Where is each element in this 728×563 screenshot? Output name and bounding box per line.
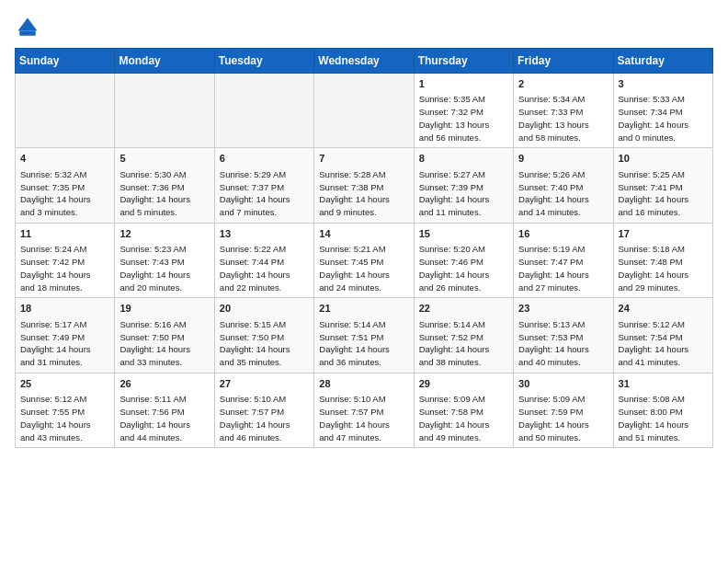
day-number: 1 (419, 77, 508, 91)
weekday-header-saturday: Saturday (613, 49, 712, 74)
calendar-week-2: 4Sunrise: 5:32 AM Sunset: 7:35 PM Daylig… (16, 148, 713, 223)
calendar-cell: 15Sunrise: 5:20 AM Sunset: 7:46 PM Dayli… (414, 223, 513, 297)
day-number: 9 (518, 152, 608, 166)
day-number: 26 (119, 377, 209, 391)
svg-rect-1 (19, 31, 36, 36)
day-number: 17 (619, 227, 708, 241)
day-info: Sunrise: 5:09 AM Sunset: 7:59 PM Dayligh… (518, 393, 608, 443)
day-number: 25 (20, 377, 109, 391)
calendar-week-5: 25Sunrise: 5:12 AM Sunset: 7:55 PM Dayli… (16, 373, 713, 447)
day-info: Sunrise: 5:33 AM Sunset: 7:34 PM Dayligh… (619, 93, 708, 144)
day-number: 14 (319, 227, 408, 241)
day-number: 10 (619, 152, 708, 166)
day-info: Sunrise: 5:21 AM Sunset: 7:45 PM Dayligh… (319, 243, 408, 293)
calendar-cell: 7Sunrise: 5:28 AM Sunset: 7:38 PM Daylig… (314, 148, 414, 223)
calendar-cell: 17Sunrise: 5:18 AM Sunset: 7:48 PM Dayli… (613, 223, 712, 297)
calendar-cell: 28Sunrise: 5:10 AM Sunset: 7:57 PM Dayli… (314, 373, 414, 447)
weekday-header-wednesday: Wednesday (314, 49, 414, 74)
calendar-cell: 10Sunrise: 5:25 AM Sunset: 7:41 PM Dayli… (613, 148, 712, 223)
day-number: 23 (518, 302, 608, 316)
day-number: 30 (518, 377, 608, 391)
page-header (15, 15, 713, 40)
day-number: 3 (619, 77, 708, 91)
day-info: Sunrise: 5:09 AM Sunset: 7:58 PM Dayligh… (419, 393, 508, 443)
day-info: Sunrise: 5:16 AM Sunset: 7:50 PM Dayligh… (119, 318, 209, 369)
day-info: Sunrise: 5:26 AM Sunset: 7:40 PM Dayligh… (518, 168, 608, 219)
day-info: Sunrise: 5:10 AM Sunset: 7:57 PM Dayligh… (319, 393, 408, 443)
calendar-cell: 30Sunrise: 5:09 AM Sunset: 7:59 PM Dayli… (514, 373, 613, 447)
day-number: 31 (619, 377, 708, 391)
calendar-cell (16, 74, 115, 148)
day-info: Sunrise: 5:30 AM Sunset: 7:36 PM Dayligh… (119, 168, 209, 219)
weekday-header-monday: Monday (115, 49, 214, 74)
calendar-cell: 19Sunrise: 5:16 AM Sunset: 7:50 PM Dayli… (115, 298, 214, 373)
svg-marker-0 (18, 18, 38, 31)
day-number: 27 (220, 377, 309, 391)
calendar-cell: 23Sunrise: 5:13 AM Sunset: 7:53 PM Dayli… (514, 298, 613, 373)
calendar-cell (314, 74, 414, 148)
calendar-cell: 22Sunrise: 5:14 AM Sunset: 7:52 PM Dayli… (414, 298, 513, 373)
day-info: Sunrise: 5:34 AM Sunset: 7:33 PM Dayligh… (518, 93, 608, 144)
day-number: 20 (220, 302, 309, 316)
calendar-cell: 13Sunrise: 5:22 AM Sunset: 7:44 PM Dayli… (214, 223, 313, 297)
day-info: Sunrise: 5:12 AM Sunset: 7:55 PM Dayligh… (20, 393, 109, 443)
day-number: 19 (119, 302, 209, 316)
day-info: Sunrise: 5:27 AM Sunset: 7:39 PM Dayligh… (419, 168, 508, 219)
day-number: 29 (419, 377, 508, 391)
day-info: Sunrise: 5:10 AM Sunset: 7:57 PM Dayligh… (220, 393, 309, 443)
day-info: Sunrise: 5:11 AM Sunset: 7:56 PM Dayligh… (119, 393, 209, 443)
weekday-header-friday: Friday (514, 49, 613, 74)
calendar-cell: 24Sunrise: 5:12 AM Sunset: 7:54 PM Dayli… (613, 298, 712, 373)
day-info: Sunrise: 5:22 AM Sunset: 7:44 PM Dayligh… (220, 243, 309, 293)
day-info: Sunrise: 5:14 AM Sunset: 7:51 PM Dayligh… (319, 318, 408, 369)
calendar-cell: 14Sunrise: 5:21 AM Sunset: 7:45 PM Dayli… (314, 223, 414, 297)
day-info: Sunrise: 5:12 AM Sunset: 7:54 PM Dayligh… (619, 318, 708, 369)
calendar-cell: 20Sunrise: 5:15 AM Sunset: 7:50 PM Dayli… (214, 298, 313, 373)
day-info: Sunrise: 5:32 AM Sunset: 7:35 PM Dayligh… (20, 168, 109, 219)
day-number: 16 (518, 227, 608, 241)
day-info: Sunrise: 5:13 AM Sunset: 7:53 PM Dayligh… (518, 318, 608, 369)
day-info: Sunrise: 5:18 AM Sunset: 7:48 PM Dayligh… (619, 243, 708, 293)
day-info: Sunrise: 5:17 AM Sunset: 7:49 PM Dayligh… (20, 318, 109, 369)
day-info: Sunrise: 5:35 AM Sunset: 7:32 PM Dayligh… (419, 93, 508, 144)
day-number: 2 (518, 77, 608, 91)
calendar-week-3: 11Sunrise: 5:24 AM Sunset: 7:42 PM Dayli… (16, 223, 713, 297)
day-info: Sunrise: 5:24 AM Sunset: 7:42 PM Dayligh… (20, 243, 109, 293)
day-info: Sunrise: 5:15 AM Sunset: 7:50 PM Dayligh… (220, 318, 309, 369)
day-number: 18 (20, 302, 109, 316)
day-info: Sunrise: 5:08 AM Sunset: 8:00 PM Dayligh… (619, 393, 708, 443)
calendar-week-4: 18Sunrise: 5:17 AM Sunset: 7:49 PM Dayli… (16, 298, 713, 373)
day-info: Sunrise: 5:23 AM Sunset: 7:43 PM Dayligh… (119, 243, 209, 293)
day-number: 13 (220, 227, 309, 241)
calendar-cell (115, 74, 214, 148)
day-number: 24 (619, 302, 708, 316)
weekday-header-thursday: Thursday (414, 49, 513, 74)
calendar-cell: 6Sunrise: 5:29 AM Sunset: 7:37 PM Daylig… (214, 148, 313, 223)
calendar-cell: 2Sunrise: 5:34 AM Sunset: 7:33 PM Daylig… (514, 74, 613, 148)
day-number: 28 (319, 377, 408, 391)
day-number: 4 (20, 152, 109, 166)
day-info: Sunrise: 5:29 AM Sunset: 7:37 PM Dayligh… (220, 168, 309, 219)
day-info: Sunrise: 5:20 AM Sunset: 7:46 PM Dayligh… (419, 243, 508, 293)
calendar-cell: 1Sunrise: 5:35 AM Sunset: 7:32 PM Daylig… (414, 74, 513, 148)
day-info: Sunrise: 5:14 AM Sunset: 7:52 PM Dayligh… (419, 318, 508, 369)
day-info: Sunrise: 5:25 AM Sunset: 7:41 PM Dayligh… (619, 168, 708, 219)
calendar-cell: 3Sunrise: 5:33 AM Sunset: 7:34 PM Daylig… (613, 74, 712, 148)
weekday-header-row: SundayMondayTuesdayWednesdayThursdayFrid… (16, 49, 713, 74)
calendar-cell (214, 74, 313, 148)
calendar-cell: 4Sunrise: 5:32 AM Sunset: 7:35 PM Daylig… (16, 148, 115, 223)
logo (15, 15, 44, 40)
day-number: 5 (119, 152, 209, 166)
calendar-cell: 26Sunrise: 5:11 AM Sunset: 7:56 PM Dayli… (115, 373, 214, 447)
day-number: 7 (319, 152, 408, 166)
calendar-week-1: 1Sunrise: 5:35 AM Sunset: 7:32 PM Daylig… (16, 74, 713, 148)
calendar-cell: 25Sunrise: 5:12 AM Sunset: 7:55 PM Dayli… (16, 373, 115, 447)
day-number: 15 (419, 227, 508, 241)
calendar-cell: 31Sunrise: 5:08 AM Sunset: 8:00 PM Dayli… (613, 373, 712, 447)
weekday-header-sunday: Sunday (16, 49, 115, 74)
calendar-cell: 11Sunrise: 5:24 AM Sunset: 7:42 PM Dayli… (16, 223, 115, 297)
calendar-cell: 5Sunrise: 5:30 AM Sunset: 7:36 PM Daylig… (115, 148, 214, 223)
calendar-cell: 8Sunrise: 5:27 AM Sunset: 7:39 PM Daylig… (414, 148, 513, 223)
calendar-cell: 21Sunrise: 5:14 AM Sunset: 7:51 PM Dayli… (314, 298, 414, 373)
day-info: Sunrise: 5:28 AM Sunset: 7:38 PM Dayligh… (319, 168, 408, 219)
